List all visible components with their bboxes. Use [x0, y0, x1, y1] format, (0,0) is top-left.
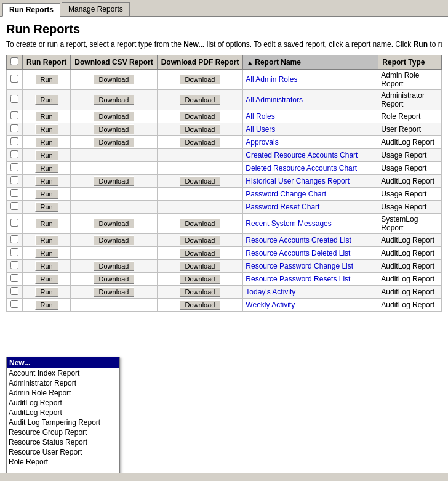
download-csv-button[interactable]: Download [94, 219, 135, 228]
report-name-link[interactable]: All Administrators [246, 95, 303, 104]
table-row: RunDownloadDownloadAll UsersUser Report [7, 123, 442, 136]
table-row: RunDownloadDownloadResource Accounts Cre… [7, 234, 442, 247]
run-button[interactable]: Run [35, 189, 58, 199]
run-button[interactable]: Run [35, 124, 58, 134]
run-button[interactable]: Run [35, 248, 58, 258]
report-name-link[interactable]: All Users [246, 125, 275, 134]
report-name-link[interactable]: Password Change Chart [246, 190, 326, 198]
report-type-cell: Usage Report [378, 149, 442, 162]
row-checkbox[interactable] [10, 176, 18, 184]
select-all-checkbox[interactable] [10, 57, 18, 65]
report-type-cell: AuditLog Report [378, 299, 442, 312]
col-header-name[interactable]: ▲Report Name [243, 55, 378, 70]
col-name-label: Report Name [255, 58, 301, 67]
download-pdf-button[interactable]: Download [180, 75, 221, 84]
download-csv-button[interactable]: Download [94, 261, 135, 271]
row-checkbox[interactable] [10, 111, 18, 119]
run-button[interactable]: Run [35, 111, 58, 121]
run-button[interactable]: Run [35, 75, 58, 84]
report-name-link[interactable]: All Roles [246, 112, 274, 121]
row-checkbox[interactable] [10, 137, 18, 145]
download-csv-button[interactable]: Download [94, 137, 135, 147]
run-button[interactable]: Run [35, 163, 58, 173]
row-checkbox[interactable] [10, 95, 18, 103]
download-pdf-button[interactable]: Download [180, 95, 221, 105]
row-checkbox[interactable] [10, 163, 18, 171]
run-button[interactable]: Run [35, 235, 58, 245]
download-csv-button[interactable]: Download [94, 287, 135, 297]
download-pdf-button[interactable]: Download [180, 176, 221, 186]
download-pdf-button[interactable]: Download [180, 248, 221, 258]
report-name-link[interactable]: Resource Password Resets List [246, 275, 350, 283]
run-button[interactable]: Run [35, 176, 58, 186]
report-type-cell: AuditLog Report [378, 286, 442, 299]
run-button[interactable]: Run [35, 150, 58, 160]
report-name-link[interactable]: Recent System Messages [246, 219, 331, 228]
desc-new: New... [183, 40, 204, 49]
run-button[interactable]: Run [35, 300, 58, 310]
report-name-link[interactable]: Password Reset Chart [246, 203, 319, 211]
desc-middle: list of options. To edit a saved report,… [204, 40, 413, 49]
download-csv-button[interactable]: Download [94, 75, 135, 84]
dropdown-header: New... [7, 357, 119, 368]
table-row: RunDownloadDownloadAll Admin RolesAdmin … [7, 70, 442, 90]
report-name-link[interactable]: Deleted Resource Accounts Chart [246, 164, 357, 172]
row-checkbox[interactable] [10, 150, 18, 158]
download-pdf-button[interactable]: Download [180, 111, 221, 121]
run-button[interactable]: Run [35, 95, 58, 105]
report-name-link[interactable]: Approvals [246, 138, 278, 147]
tab-run-reports[interactable]: Run Reports [2, 3, 60, 17]
run-button[interactable]: Run [35, 219, 58, 228]
report-name-link[interactable]: Resource Accounts Deleted List [246, 249, 350, 257]
download-pdf-button[interactable]: Download [180, 287, 221, 297]
report-type-cell: AuditLog Report [378, 273, 442, 286]
download-csv-button[interactable]: Download [94, 95, 135, 105]
run-button[interactable]: Run [35, 287, 58, 297]
download-csv-button[interactable]: Download [94, 176, 135, 186]
run-button[interactable]: Run [35, 261, 58, 271]
report-type-cell: Usage Report [378, 201, 442, 214]
row-checkbox[interactable] [10, 235, 18, 243]
report-name-link[interactable]: Resource Password Change List [246, 262, 353, 270]
page-title: Run Reports [6, 22, 442, 36]
download-pdf-button[interactable]: Download [180, 124, 221, 134]
new-select[interactable]: New... [9, 469, 84, 473]
row-checkbox[interactable] [10, 261, 18, 269]
download-pdf-button[interactable]: Download [180, 235, 221, 245]
download-pdf-button[interactable]: Download [180, 261, 221, 271]
run-button[interactable]: Run [35, 202, 58, 212]
row-checkbox[interactable] [10, 274, 18, 282]
description: To create or run a report, select a repo… [6, 40, 442, 49]
report-name-link[interactable]: Historical User Changes Report [246, 177, 350, 185]
download-csv-button[interactable]: Download [94, 124, 135, 134]
report-name-link[interactable]: Created Resource Accounts Chart [246, 151, 358, 160]
report-type-select[interactable]: Account Index ReportAdministrator Report… [7, 368, 119, 467]
row-checkbox[interactable] [10, 202, 18, 210]
new-report-dropdown: New... Account Index ReportAdministrator… [6, 357, 120, 473]
download-csv-button[interactable]: Download [94, 274, 135, 284]
row-checkbox[interactable] [10, 124, 18, 132]
row-checkbox[interactable] [10, 248, 18, 256]
report-type-cell: User Report [378, 123, 442, 136]
report-name-link[interactable]: All Admin Roles [246, 75, 297, 84]
row-checkbox[interactable] [10, 219, 18, 227]
col-header-csv: Download CSV Report [71, 55, 157, 70]
row-checkbox[interactable] [10, 300, 18, 308]
report-name-link[interactable]: Weekly Activity [246, 301, 295, 309]
table-row: RunDownloadDownloadApprovalsAuditLog Rep… [7, 136, 442, 149]
row-checkbox[interactable] [10, 75, 18, 83]
row-checkbox[interactable] [10, 189, 18, 197]
download-csv-button[interactable]: Download [94, 235, 135, 245]
download-pdf-button[interactable]: Download [180, 300, 221, 310]
download-pdf-button[interactable]: Download [180, 274, 221, 284]
report-name-link[interactable]: Resource Accounts Created List [246, 236, 351, 245]
row-checkbox[interactable] [10, 287, 18, 295]
tab-manage-reports[interactable]: Manage Reports [62, 2, 130, 16]
report-name-link[interactable]: Today's Activity [246, 288, 295, 296]
run-button[interactable]: Run [35, 274, 58, 284]
download-pdf-button[interactable]: Download [180, 219, 221, 228]
download-pdf-button[interactable]: Download [180, 137, 221, 147]
download-csv-button[interactable]: Download [94, 111, 135, 121]
run-button[interactable]: Run [35, 137, 58, 147]
table-row: RunDownloadDownloadToday's ActivityAudit… [7, 286, 442, 299]
